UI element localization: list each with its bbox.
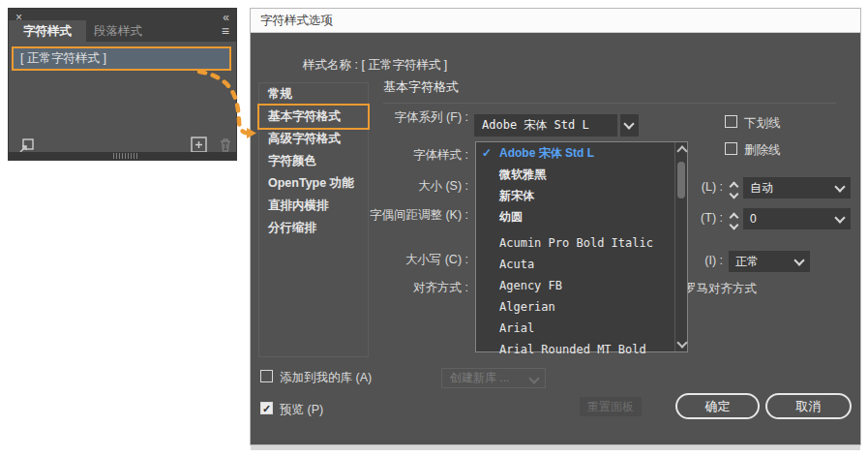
style-name-value: [ 正常字符样式 ] (361, 58, 447, 72)
panel-resize-grip[interactable] (113, 153, 138, 159)
tab-paragraph-styles[interactable]: 段落样式 (94, 20, 142, 42)
reset-panel-button: 重置面板 (580, 397, 642, 416)
position-label: (I) : (688, 254, 723, 267)
font-style-label: 字体样式 : (302, 147, 468, 164)
font-option-label: Arial (499, 321, 534, 335)
font-option[interactable]: Algerian (476, 297, 693, 317)
section-divider (383, 103, 836, 104)
font-option[interactable]: Arial (476, 319, 693, 338)
font-option[interactable]: Acuta (476, 255, 693, 274)
font-dropdown-list: ✓Adobe 宋体 Std L微软雅黑新宋体幼圆Acumin Pro Bold … (475, 141, 688, 352)
font-option[interactable]: 新宋体 (476, 186, 693, 205)
kerning-label: 字偶间距调整 (K) : (302, 207, 468, 224)
font-option-label: 微软雅黑 (499, 168, 546, 181)
sidebar-item[interactable]: 常规 (259, 83, 368, 106)
font-option-label: 幼圆 (499, 210, 523, 224)
position-select[interactable]: 正常 (729, 251, 810, 272)
underline-label: 下划线 (744, 115, 781, 132)
font-option[interactable]: Agency FB (476, 276, 693, 295)
cancel-button[interactable]: 取消 (765, 393, 852, 419)
tab-character-styles[interactable]: 字符样式 (9, 20, 86, 42)
font-option[interactable]: 微软雅黑 (476, 165, 693, 184)
font-option-label: Algerian (499, 300, 555, 314)
leading-label: (L) : (688, 180, 723, 194)
font-option-label: Acumin Pro Bold Italic (499, 236, 653, 250)
font-option-label: Arial Rounded MT Bold (499, 343, 646, 356)
font-family-chevron-icon[interactable] (620, 114, 639, 137)
collapse-panel-icon[interactable]: « (223, 12, 229, 23)
underline-checkbox[interactable] (725, 115, 737, 128)
tracking-select[interactable]: 0 (743, 208, 851, 229)
tracking-label: (T) : (688, 211, 723, 225)
alignment-label: 对齐方式 : (302, 280, 468, 296)
leading-stepper[interactable] (729, 179, 740, 200)
font-option[interactable]: Arial Rounded MT Bold (476, 340, 693, 359)
leading-select[interactable]: 自动 (743, 177, 851, 198)
add-to-library-label: 添加到我的库 (A) (280, 370, 372, 386)
font-option-label: Adobe 宋体 Std L (499, 146, 594, 160)
delete-style-icon[interactable] (218, 137, 233, 153)
font-option-label: Agency FB (499, 279, 562, 292)
strikethrough-checkbox[interactable] (725, 142, 737, 155)
dialog-title-bar[interactable]: 字符样式选项 (251, 9, 860, 33)
strikethrough-label: 删除线 (744, 142, 781, 159)
preview-checkbox[interactable]: ✓ (260, 402, 273, 414)
panel-header: × « 字符样式 段落样式 ≡ (9, 9, 236, 42)
font-option[interactable]: 幼圆 (476, 207, 693, 227)
chevron-down-icon (834, 181, 845, 192)
library-select[interactable]: 创建新库 ... (441, 368, 546, 388)
panel-bottom-bar (9, 152, 236, 160)
font-option-label: 新宋体 (499, 189, 534, 202)
case-label: 大小写 (C) : (302, 252, 468, 268)
panel-menu-icon[interactable]: ≡ (222, 23, 229, 39)
screenshot-root: × « 字符样式 段落样式 ≡ [ 正常字符样式 ] (0, 0, 868, 457)
chevron-down-icon (793, 255, 804, 265)
preview-label: 预览 (P) (280, 402, 323, 418)
style-list-item-normal[interactable]: [ 正常字符样式 ] (12, 46, 231, 71)
section-title: 基本字符格式 (383, 78, 459, 96)
font-option-label: Acuta (499, 258, 534, 271)
font-option[interactable]: ✓Adobe 宋体 Std L (476, 143, 693, 163)
check-icon: ✓ (482, 143, 492, 163)
add-to-library-checkbox[interactable] (260, 370, 273, 382)
font-family-select[interactable]: Adobe 宋体 Std L (474, 114, 617, 137)
character-styles-panel: × « 字符样式 段落样式 ≡ [ 正常字符样式 ] (8, 8, 237, 161)
size-label: 大小 (S) : (302, 178, 468, 195)
style-name-row: 样式名称 : [ 正常字符样式 ] (303, 57, 447, 74)
font-option[interactable]: Acumin Pro Bold Italic (476, 233, 693, 253)
style-name-label: 样式名称 : (303, 58, 358, 72)
ok-button[interactable]: 确定 (675, 393, 760, 419)
tracking-stepper[interactable] (729, 210, 740, 231)
new-style-icon[interactable] (191, 137, 207, 153)
font-family-label: 字体系列 (F) : (302, 109, 468, 126)
chevron-down-icon (528, 373, 539, 383)
chevron-down-icon (834, 212, 845, 223)
